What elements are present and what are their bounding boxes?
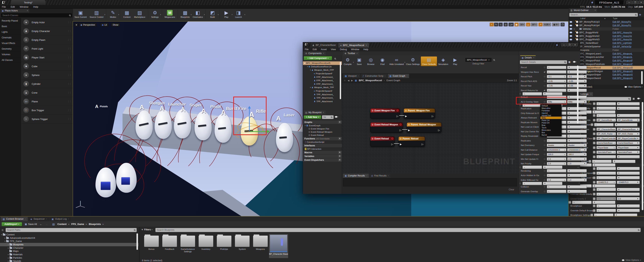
blueprint-node[interactable]: ◇Parent: Reload Weapon ▶ ▷ (406, 122, 442, 132)
checkbox[interactable] (543, 71, 546, 73)
project-tab[interactable]: Testing* (11, 0, 46, 5)
number-field[interactable]: ↘ (547, 169, 566, 172)
dropdown-field[interactable]: GameStateBase▼ (617, 142, 640, 145)
asset-folder-tile[interactable]: Inventory (197, 236, 215, 250)
menu-item[interactable]: Window (351, 48, 359, 51)
checkbox[interactable] (543, 162, 546, 165)
dropdown-option[interactable]: Torch (540, 126, 562, 129)
dropdown-option[interactable]: Rifle (540, 116, 562, 119)
number-field[interactable]: ↘ (596, 209, 616, 212)
expander-icon[interactable]: ▸ (4, 237, 6, 239)
checkbox[interactable] (593, 151, 596, 154)
edit-blueprint-link[interactable]: Edit BPC_HeavyVe (612, 38, 644, 41)
blueprint-toolbar-button[interactable]: ◉ Find (377, 56, 388, 66)
checkbox[interactable] (519, 166, 522, 168)
nav-forward-icon[interactable]: ▶ (351, 79, 353, 82)
my-blueprint-row[interactable]: Event Dispatchers + (303, 158, 342, 162)
add-icon[interactable]: + (338, 137, 341, 140)
my-blueprint-row[interactable]: ▾ ▦ EventGraph (303, 124, 342, 127)
my-blueprint-row[interactable]: Interfaces (303, 144, 342, 147)
folder-tree-row[interactable]: Maps (0, 250, 138, 253)
dropdown-field[interactable]: ▼ (617, 102, 640, 105)
drag-handle-icon[interactable]: ⋮⋮ (68, 118, 71, 120)
my-blueprint-row[interactable]: ◇ Event Weapon Fire (303, 127, 342, 130)
dropdown-field[interactable]: ▼ (617, 107, 640, 110)
dropdown-field[interactable]: ▼ (567, 190, 587, 193)
component-row[interactable]: ♟ TPP_Attachment_ (303, 93, 342, 96)
visibility-eye-icon[interactable] (570, 35, 572, 37)
number-field[interactable]: ↘ (594, 123, 614, 126)
tree-scrollbar[interactable] (136, 233, 138, 250)
drag-handle-icon[interactable]: ⋮⋮ (68, 30, 71, 32)
component-row[interactable]: ● ProjectileSpawnF (303, 72, 342, 76)
dropdown-field[interactable]: PlayerState▼ (617, 146, 640, 149)
blueprint-toolbar-button[interactable]: ▶ Play (449, 56, 461, 66)
number-field[interactable]: Awake↘ (547, 144, 566, 147)
asset-folder-tile[interactable]: Weapons (252, 236, 269, 250)
checkbox[interactable] (593, 132, 596, 135)
checkbox[interactable] (593, 172, 596, 174)
property-row[interactable]: Net Update Freque 100.0↘ 100.0▼ ↺ (519, 152, 578, 157)
property-row[interactable]: Global Gravity Z 0.0↘ 0.0▼ ←✚ ↺ (568, 196, 644, 201)
close-button[interactable]: ✕ (572, 43, 578, 46)
dropdown-field[interactable]: ▼ (617, 155, 640, 158)
checkbox[interactable] (593, 137, 596, 140)
cb-view-options[interactable]: View Options▾ (622, 259, 641, 262)
outliner-view-options[interactable]: View Options ▾ (624, 86, 642, 88)
visibility-eye-icon[interactable] (570, 39, 572, 40)
drag-handle-icon[interactable]: ⋮⋮ (68, 65, 71, 68)
blueprint-toolbar-button[interactable]: ▣ Save (354, 56, 365, 66)
dropdown-field[interactable]: ▼ (617, 192, 640, 196)
dropdown-field[interactable]: ▼ (617, 172, 640, 175)
dropdown-option[interactable]: Bow (540, 124, 562, 126)
details-tab[interactable]: ◉Details× (520, 56, 536, 60)
label-column-header[interactable]: Label (580, 17, 586, 20)
outliner-header[interactable]: Label ▲ Type (568, 17, 644, 20)
property-row[interactable]: Weapon Has Reco ↘ ▼ ↺ (519, 70, 578, 74)
checkbox[interactable] (543, 84, 546, 87)
money-pickup-cube[interactable] (101, 182, 110, 190)
outliner-row[interactable]: BPC_BuggyWorld Edit BPC_HeavyVe (568, 31, 644, 34)
my-blueprint-row[interactable]: Macros + (303, 150, 342, 154)
edit-blueprint-link[interactable]: Edit BP_VehicleSp (612, 45, 644, 48)
exec-output-pin[interactable]: ▷ (422, 143, 424, 146)
property-row[interactable]: Generate Overlap ↘ ▼ ↺ (519, 189, 578, 194)
expander-icon[interactable]: ▾ (574, 28, 576, 30)
expander-icon[interactable]: ▸ (7, 247, 10, 249)
place-actors-tab[interactable]: ◆Place Actors× (1, 9, 29, 12)
drag-handle-icon[interactable]: ⋮⋮ (68, 47, 71, 50)
number-field[interactable]: 225000000.0↘ (547, 148, 566, 152)
category-item[interactable]: Visual Effects (0, 40, 21, 46)
dropdown-field[interactable]: ▼ (543, 166, 562, 169)
my-blueprint-tab[interactable]: ▤My Blueprint× (304, 110, 326, 114)
number-field[interactable]: ↘ (596, 192, 616, 196)
exec-input-pin[interactable]: ▶ (400, 143, 402, 146)
dropdown-field[interactable]: ▼ (612, 160, 636, 163)
expander-icon[interactable]: ▾ (306, 66, 308, 68)
outliner-row[interactable]: BP_MoneyPickUp3 Edit BP_MoneyPic (568, 20, 644, 24)
edit-blueprint-link[interactable]: Edit BPC_LightVeh (612, 42, 644, 44)
dropdown-option[interactable]: Barrel (540, 134, 562, 136)
number-field[interactable]: PlayerState↘ (596, 146, 616, 149)
checkbox[interactable] (593, 146, 596, 149)
edit-blueprint-link[interactable]: Edit BPC_WeaponP (612, 63, 644, 66)
my-blueprint-row[interactable]: f BPI Interaction (303, 147, 342, 150)
expander-icon[interactable]: ▸ (7, 244, 10, 246)
folder-tree-row[interactable]: ▾ FPS_Game (0, 240, 138, 243)
folder-tree-row[interactable]: ▸ Character (0, 246, 138, 250)
debug-search-icon[interactable] (493, 59, 495, 61)
rotation-snap-value[interactable]: 10°▾ (530, 23, 538, 26)
blueprint-node[interactable]: ◇Event Weapon Fire ▶ ▷ (370, 108, 400, 118)
dropdown-field[interactable]: -1048575.0▼ (617, 181, 640, 184)
dropdown-field[interactable]: ▼ (617, 204, 640, 208)
property-row[interactable]: Net Priority 1.0↘ 1.0▼ ↺ (519, 161, 578, 166)
blueprint-toolbar-button[interactable]: ▤ Class Defaults (421, 56, 437, 66)
dropdown-field[interactable]: ▼ (567, 185, 587, 188)
number-field[interactable]: GameStateBase↘ (596, 142, 616, 145)
menu-item[interactable]: Asset (321, 48, 327, 51)
number-field[interactable]: ↘ (547, 89, 566, 92)
component-row[interactable]: ♟ TPP_Attachment_ (303, 96, 342, 100)
number-field[interactable]: -0.05↘ (547, 84, 566, 88)
my-blueprint-row[interactable]: ◇ Event Reload (303, 134, 342, 136)
checkbox[interactable] (543, 170, 546, 172)
